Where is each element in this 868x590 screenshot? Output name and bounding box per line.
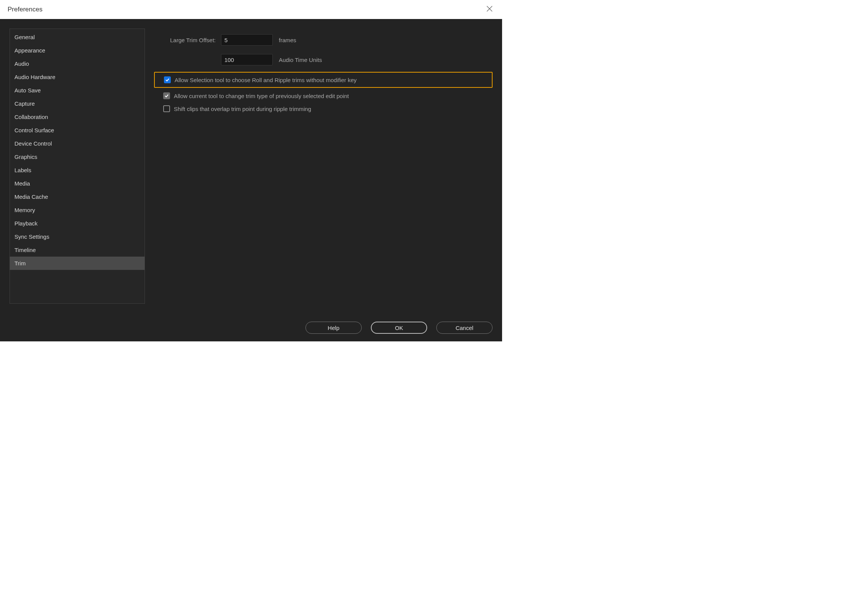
allow-selection-row[interactable]: Allow Selection tool to choose Roll and …: [155, 73, 492, 86]
sidebar-item-label: Memory: [14, 207, 35, 213]
sidebar-item-label: Capture: [14, 100, 35, 107]
sidebar-item-label: General: [14, 34, 35, 40]
sidebar-item-sync-settings[interactable]: Sync Settings: [10, 230, 145, 243]
sidebar-item-timeline[interactable]: Timeline: [10, 243, 145, 257]
button-row: Help OK Cancel: [10, 316, 493, 334]
large-trim-offset-label: Large Trim Offset:: [154, 37, 221, 43]
sidebar-item-label: Timeline: [14, 247, 36, 253]
sidebar-item-playback[interactable]: Playback: [10, 217, 145, 230]
cancel-button[interactable]: Cancel: [436, 322, 493, 334]
sidebar-item-control-surface[interactable]: Control Surface: [10, 124, 145, 137]
sidebar-item-audio-hardware[interactable]: Audio Hardware: [10, 70, 145, 84]
sidebar-item-device-control[interactable]: Device Control: [10, 137, 145, 150]
sidebar-item-label: Collaboration: [14, 114, 48, 120]
sidebar-item-label: Auto Save: [14, 87, 41, 94]
sidebar-item-label: Control Surface: [14, 127, 54, 133]
sidebar-item-capture[interactable]: Capture: [10, 97, 145, 110]
sidebar-item-auto-save[interactable]: Auto Save: [10, 84, 145, 97]
allow-current-tool-row[interactable]: Allow current tool to change trim type o…: [154, 89, 493, 102]
shift-clips-row[interactable]: Shift clips that overlap trim point duri…: [154, 102, 493, 115]
audio-time-units-row: Audio Time Units: [154, 52, 493, 67]
sidebar-item-audio[interactable]: Audio: [10, 57, 145, 70]
large-trim-offset-row: Large Trim Offset: frames: [154, 32, 493, 48]
sidebar-item-label: Device Control: [14, 140, 52, 147]
sidebar-item-collaboration[interactable]: Collaboration: [10, 110, 145, 124]
help-button[interactable]: Help: [305, 322, 362, 334]
sidebar-item-label: Labels: [14, 167, 31, 173]
allow-selection-checkbox[interactable]: [164, 76, 171, 83]
audio-time-units-suffix: Audio Time Units: [279, 57, 322, 63]
sidebar-item-label: Appearance: [14, 47, 45, 54]
sidebar-item-graphics[interactable]: Graphics: [10, 150, 145, 163]
sidebar-item-label: Audio: [14, 60, 29, 67]
sidebar-item-label: Graphics: [14, 154, 37, 160]
large-trim-offset-frames-input[interactable]: [221, 34, 273, 46]
allow-current-tool-checkbox[interactable]: [163, 92, 170, 99]
large-trim-offset-audio-input[interactable]: [221, 54, 273, 65]
check-icon: [164, 94, 169, 98]
sidebar-item-label: Playback: [14, 220, 38, 227]
sidebar-item-label: Sync Settings: [14, 233, 49, 240]
close-icon[interactable]: [485, 4, 494, 16]
window-title: Preferences: [8, 6, 43, 13]
allow-current-tool-label: Allow current tool to change trim type o…: [174, 93, 349, 99]
check-icon: [165, 78, 170, 82]
allow-selection-label: Allow Selection tool to choose Roll and …: [175, 77, 357, 83]
content-panel: Large Trim Offset: frames Audio Time Uni…: [154, 29, 493, 316]
sidebar-item-label: Media: [14, 180, 30, 187]
shift-clips-checkbox[interactable]: [163, 105, 170, 112]
sidebar-item-label: Audio Hardware: [14, 74, 56, 80]
sidebar-item-labels[interactable]: Labels: [10, 163, 145, 177]
titlebar: Preferences: [0, 0, 502, 19]
main-row: General Appearance Audio Audio Hardware …: [10, 29, 493, 316]
sidebar-item-media[interactable]: Media: [10, 177, 145, 190]
frames-suffix: frames: [279, 37, 296, 43]
sidebar-item-label: Media Cache: [14, 193, 48, 200]
sidebar-item-memory[interactable]: Memory: [10, 203, 145, 217]
sidebar-item-trim[interactable]: Trim: [10, 257, 145, 270]
preferences-sidebar: General Appearance Audio Audio Hardware …: [10, 29, 145, 304]
sidebar-item-media-cache[interactable]: Media Cache: [10, 190, 145, 203]
shift-clips-label: Shift clips that overlap trim point duri…: [174, 106, 311, 112]
sidebar-item-appearance[interactable]: Appearance: [10, 44, 145, 57]
sidebar-item-label: Trim: [14, 260, 25, 266]
highlighted-option: Allow Selection tool to choose Roll and …: [154, 72, 493, 88]
ok-button[interactable]: OK: [371, 322, 427, 334]
sidebar-item-general[interactable]: General: [10, 30, 145, 44]
dialog-body: General Appearance Audio Audio Hardware …: [0, 19, 502, 341]
